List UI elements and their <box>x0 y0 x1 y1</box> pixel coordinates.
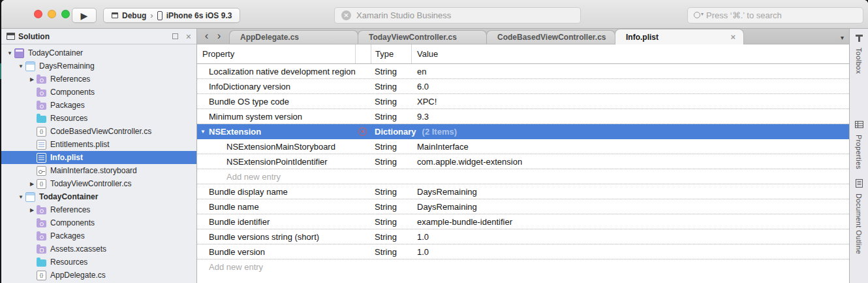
toolbar: Debug › iPhone 6s iOS 9.3 Xamarin Studio… <box>1 0 868 29</box>
plist-file-icon <box>37 153 46 163</box>
disclosure-down-icon[interactable] <box>16 194 25 200</box>
tree-item-daysremaining[interactable]: DaysRemaining <box>1 59 196 73</box>
tree-item-resources[interactable]: Resources <box>1 112 196 125</box>
configuration-device-selector[interactable]: Debug › iPhone 6s iOS 9.3 <box>103 8 240 23</box>
tab-close-icon[interactable] <box>730 33 736 41</box>
tree-item-info-plist[interactable]: Info.plist <box>1 151 196 164</box>
disclosure-down-icon[interactable] <box>200 129 209 135</box>
plist-rows: Localization native development regionSt… <box>197 64 849 275</box>
disclosure-down-icon[interactable] <box>5 50 14 56</box>
right-pad-bar: ToolboxPropertiesDocument Outline <box>849 29 868 283</box>
plist-row-bundle-os-type-code[interactable]: Bundle OS type codeStringXPC! <box>197 94 849 109</box>
disclosure-right-icon[interactable] <box>27 76 37 82</box>
editor-tabbar: AppDelegate.csTodayViewController.csCode… <box>197 29 849 44</box>
plist-row-value: 1.0 <box>412 232 849 242</box>
tree-item-references[interactable]: References <box>1 73 196 86</box>
configuration-label: Debug <box>122 11 146 20</box>
tree-item-label: TodayContainer <box>28 48 83 58</box>
pad-tab-document-outline[interactable]: Document Outline <box>854 178 864 254</box>
navigate-forward-icon[interactable] <box>213 29 225 44</box>
zoom-window-button[interactable] <box>61 10 70 18</box>
tree-item-references[interactable]: References <box>1 203 196 216</box>
type-name: String <box>375 202 397 212</box>
disclosure-right-icon[interactable] <box>27 207 37 213</box>
plist-row-minimum-system-version[interactable]: Minimum system versionString9.3 <box>197 109 849 124</box>
tree-item-packages[interactable]: Packages <box>1 99 196 112</box>
tree-item-todayviewcontroller-cs[interactable]: TodayViewController.cs <box>1 177 196 190</box>
plist-file-icon <box>37 140 46 150</box>
tree-item-packages[interactable]: Packages <box>1 229 196 242</box>
tree-item-label: Resources <box>50 258 87 267</box>
cs-file-icon <box>37 271 46 280</box>
type-name: String <box>375 67 397 76</box>
tree-item-appdelegate-cs[interactable]: AppDelegate.cs <box>1 269 196 282</box>
plist-row-bundle-version[interactable]: Bundle versionString1.0 <box>197 244 849 259</box>
plist-row-property: Bundle name <box>197 202 355 212</box>
plist-row-nsextensionpointidentifier[interactable]: NSExtensionPointIdentifierStringcom.appl… <box>197 154 849 169</box>
plist-row-type: String <box>371 247 412 257</box>
plist-row-add-new-entry[interactable]: Add new entry <box>197 169 849 184</box>
cs-file-icon <box>37 127 46 137</box>
tree-item-components[interactable]: Components <box>1 216 196 229</box>
window-controls <box>34 10 70 18</box>
disclosure-right-icon[interactable] <box>27 181 37 187</box>
document-outline-icon <box>854 178 864 193</box>
close-window-button[interactable] <box>34 10 42 18</box>
plist-row-add-new-entry[interactable]: Add new entry <box>197 259 849 275</box>
property-name: Add new entry <box>209 262 263 272</box>
search-input[interactable] <box>706 10 858 20</box>
column-header-property: Property <box>197 44 355 63</box>
tab-todayviewcontroller-cs[interactable]: TodayViewController.cs <box>358 30 487 44</box>
plist-row-localization-native-development-region[interactable]: Localization native development regionSt… <box>197 64 849 79</box>
plist-row-bundle-name[interactable]: Bundle nameStringDaysRemaining <box>197 199 849 214</box>
property-name: NSExtension <box>209 127 261 137</box>
screen-edge-artifact <box>0 63 1 79</box>
tree-item-todaycontainer[interactable]: TodayContainer <box>1 46 196 59</box>
tree-item-label: Components <box>50 88 95 97</box>
folder-ref-icon <box>37 233 46 241</box>
minimize-window-button[interactable] <box>48 10 56 18</box>
device-label: iPhone 6s iOS 9.3 <box>166 11 232 20</box>
plist-row-value: en <box>412 67 849 76</box>
folder-res-icon <box>37 259 46 267</box>
plist-row-property: InfoDictionary version <box>197 82 355 92</box>
plist-row-infodictionary-version[interactable]: InfoDictionary versionString6.0 <box>197 79 849 94</box>
tab-codebasedviewcontroller-cs[interactable]: CodeBasedViewController.cs <box>486 30 615 44</box>
pad-tab-toolbox[interactable]: Toolbox <box>854 33 864 74</box>
plist-row-nsextensionmainstoryboard[interactable]: NSExtensionMainStoryboardStringMainInter… <box>197 139 849 154</box>
plist-row-type: String <box>371 82 412 92</box>
tab-list-dropdown-icon[interactable] <box>841 34 849 44</box>
plist-row-bundle-versions-string-short[interactable]: Bundle versions string (short)String1.0 <box>197 229 849 244</box>
close-pad-icon[interactable] <box>186 32 191 41</box>
tree-item-label: Entitlements.plist <box>50 140 110 149</box>
plist-row-nsextension[interactable]: NSExtensionDictionary(2 Items) <box>197 124 849 139</box>
run-button[interactable] <box>72 8 97 23</box>
dock-pad-icon[interactable] <box>172 33 178 39</box>
tree-item-codebasedviewcontroller-cs[interactable]: CodeBasedViewController.cs <box>1 125 196 138</box>
tree-item-todaycontainer[interactable]: TodayContainer <box>1 190 196 203</box>
property-name: Localization native development region <box>209 67 356 76</box>
type-name: String <box>375 142 397 152</box>
tree-item-maininterface-storyboard[interactable]: MainInterface.storyboard <box>1 164 196 177</box>
navigate-back-icon[interactable] <box>200 29 213 44</box>
plist-row-property: Bundle identifier <box>197 217 355 227</box>
tree-item-label: MainInterface.storyboard <box>50 166 137 175</box>
disclosure-down-icon[interactable] <box>16 63 25 69</box>
folder-res-icon <box>37 116 46 123</box>
plist-row-bundle-display-name[interactable]: Bundle display nameStringDaysRemaining <box>197 184 849 199</box>
plist-row-type: String <box>371 187 412 197</box>
plist-row-bundle-identifier[interactable]: Bundle identifierStringexample-bundle-id… <box>197 214 849 229</box>
type-name: String <box>375 112 397 122</box>
tree-item-components[interactable]: Components <box>1 86 196 99</box>
property-name: Bundle name <box>209 202 259 212</box>
tree-item-label: Info.plist <box>50 153 83 162</box>
tree-item-assets-xcassets[interactable]: Assets.xcassets <box>1 242 196 256</box>
tab-appdelegate-cs[interactable]: AppDelegate.cs <box>229 30 358 44</box>
tree-item-resources[interactable]: Resources <box>1 256 196 269</box>
pad-tab-properties[interactable]: Properties <box>854 120 864 169</box>
folder-ref-icon <box>37 220 46 227</box>
folder-ref-icon <box>37 90 46 97</box>
tab-info-plist[interactable]: Info.plist <box>615 29 744 44</box>
tree-item-entitlements-plist[interactable]: Entitlements.plist <box>1 138 196 151</box>
plist-row-property: Bundle versions string (short) <box>197 232 355 242</box>
